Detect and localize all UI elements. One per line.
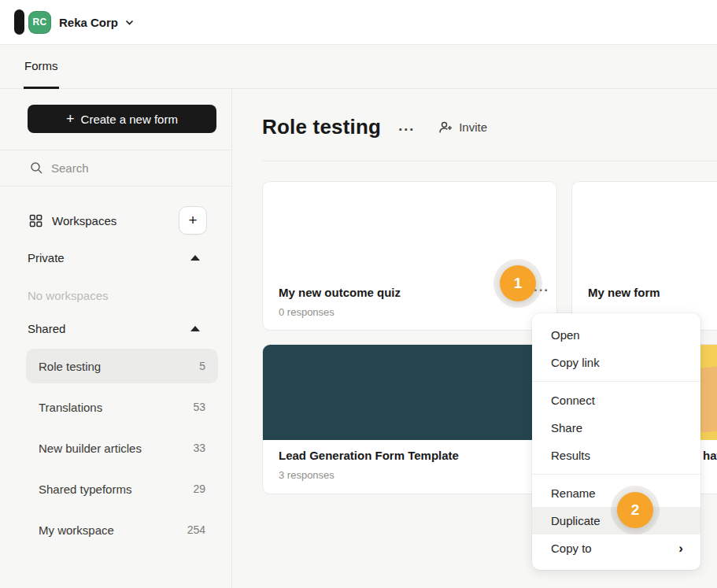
add-workspace-button[interactable]: + xyxy=(179,206,207,235)
top-bar: RC Reka Corp xyxy=(0,0,717,45)
workspaces-grid-icon xyxy=(29,214,43,227)
header-divider xyxy=(262,161,717,161)
sidebar-item-role-testing[interactable]: Role testing 5 xyxy=(26,349,218,383)
invite-button[interactable]: Invite xyxy=(438,120,487,135)
form-card-my-new-form[interactable]: My new form xyxy=(571,181,717,331)
plus-icon: + xyxy=(66,112,75,126)
tab-bar: Forms xyxy=(0,45,717,89)
menu-item-copy-link[interactable]: Copy link xyxy=(532,349,700,376)
page-title: Role testing xyxy=(262,115,381,139)
menu-item-label: Copy link xyxy=(551,356,600,369)
menu-item-rename[interactable]: Rename xyxy=(532,479,700,507)
search-input[interactable]: Search xyxy=(0,150,231,187)
workspace-item-label: Role testing xyxy=(39,360,101,373)
workspace-header: Role testing ··· Invite xyxy=(262,115,487,139)
org-avatar[interactable]: RC xyxy=(28,11,51,34)
workspaces-label: Workspaces xyxy=(52,214,116,227)
menu-item-results[interactable]: Results xyxy=(532,442,700,469)
menu-divider xyxy=(532,381,700,382)
menu-item-label: Duplicate xyxy=(551,514,601,527)
sidebar-item-translations[interactable]: Translations 53 xyxy=(26,390,218,424)
form-card-title-clipped: hatb xyxy=(703,449,717,462)
workspace-item-label: Translations xyxy=(39,401,102,414)
invite-label: Invite xyxy=(459,120,487,134)
card-body: Lead Generation Form Template 3 response… xyxy=(279,449,541,481)
sidebar: + Create a new form Search Workspaces xyxy=(0,89,232,588)
menu-item-share[interactable]: Share xyxy=(532,414,700,442)
chevron-down-icon[interactable] xyxy=(124,17,135,28)
sidebar-item-shared-typeforms[interactable]: Shared typeforms 29 xyxy=(26,472,218,506)
workspace-item-label: Shared typeforms xyxy=(39,483,131,496)
submenu-chevron-icon: › xyxy=(678,542,683,555)
form-card-title: My new form xyxy=(588,286,717,299)
search-icon xyxy=(30,161,43,175)
workspace-item-label: My workspace xyxy=(39,523,114,537)
invite-person-plus-icon xyxy=(438,120,453,135)
tab-forms[interactable]: Forms xyxy=(24,45,59,89)
search-placeholder: Search xyxy=(51,161,89,175)
create-new-form-button[interactable]: + Create a new form xyxy=(28,105,216,133)
collapse-triangle-icon xyxy=(190,255,200,261)
menu-item-copy-to[interactable]: Copy to › xyxy=(532,534,700,562)
workspace-item-count: 29 xyxy=(193,483,205,495)
menu-item-label: Copy to xyxy=(551,542,592,555)
form-card-title: Lead Generation Form Template xyxy=(279,449,541,462)
shared-section-label: Shared xyxy=(28,322,65,335)
workspace-more-button[interactable]: ··· xyxy=(398,118,415,137)
workspace-item-count: 33 xyxy=(193,442,205,454)
menu-item-label: Connect xyxy=(551,394,595,407)
typeform-logo-icon[interactable] xyxy=(14,9,24,35)
section-private[interactable]: Private xyxy=(0,248,231,267)
private-empty-text: No workspaces xyxy=(28,286,109,305)
app-window: RC Reka Corp Forms + Create a new form S… xyxy=(0,0,717,588)
menu-item-label: Share xyxy=(551,421,582,435)
menu-item-open[interactable]: Open xyxy=(532,321,700,349)
menu-item-label: Results xyxy=(551,449,590,462)
menu-item-label: Rename xyxy=(551,486,596,500)
card-context-menu: Open Copy link Connect Share Results Ren… xyxy=(532,313,700,570)
card-body: My new form xyxy=(588,286,717,306)
workspace-item-count: 254 xyxy=(187,523,205,536)
workspace-item-label: New builder articles xyxy=(39,442,142,455)
workspace-item-count: 53 xyxy=(193,401,205,413)
card-more-button[interactable]: ··· xyxy=(534,283,549,298)
org-name[interactable]: Reka Corp xyxy=(59,16,118,29)
menu-item-connect[interactable]: Connect xyxy=(532,386,700,414)
form-card-lead-generation-template[interactable]: Lead Generation Form Template 3 response… xyxy=(262,344,557,494)
form-card-my-new-outcome-quiz[interactable]: My new outcome quiz 0 responses ··· xyxy=(262,181,557,331)
form-card-responses: 3 responses xyxy=(279,469,541,481)
step-badge-1: 1 xyxy=(500,265,536,301)
form-card-thumbnail xyxy=(263,345,556,440)
sidebar-item-my-workspace[interactable]: My workspace 254 xyxy=(26,512,218,547)
menu-divider xyxy=(532,474,700,475)
form-card-responses: 0 responses xyxy=(279,306,541,318)
step-badge-2: 2 xyxy=(617,492,653,528)
workspace-item-count: 5 xyxy=(199,360,205,372)
private-section-label: Private xyxy=(28,251,65,264)
sidebar-item-new-builder-articles[interactable]: New builder articles 33 xyxy=(26,431,218,465)
collapse-triangle-icon xyxy=(190,326,200,331)
workspaces-header: Workspaces + xyxy=(0,205,231,235)
section-shared[interactable]: Shared xyxy=(0,319,231,338)
menu-item-label: Open xyxy=(551,328,580,342)
create-new-form-label: Create a new form xyxy=(81,113,178,126)
menu-item-duplicate[interactable]: Duplicate xyxy=(532,507,700,534)
